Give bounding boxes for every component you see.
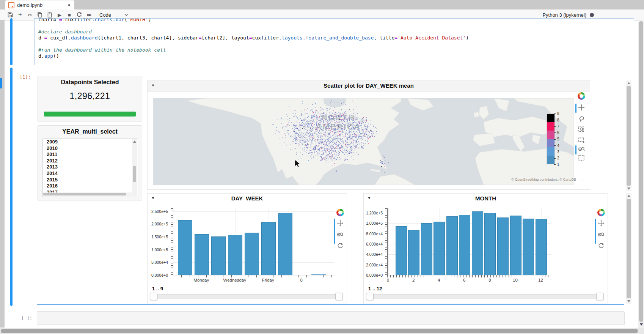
tab-title: demo.ipynb	[17, 2, 42, 8]
year-option[interactable]: 2015	[43, 177, 138, 183]
scroll-up-icon[interactable]	[627, 195, 630, 197]
kernel-status-icon	[590, 13, 594, 17]
jupyterlab-window: demo.ipynb ● + ✂ ▶ ■ ▶▶ Code Python 3 (i…	[0, 0, 644, 334]
colorbar	[547, 113, 555, 164]
year-option[interactable]: 2016	[43, 183, 138, 189]
code-cell-editor[interactable]: chart4 = cuxfilter.charts.bar('MONTH') #…	[34, 18, 634, 65]
output-collapser[interactable]	[10, 68, 13, 306]
window-vscroll-thumb[interactable]	[639, 21, 643, 322]
scroll-up-icon[interactable]	[627, 82, 630, 84]
bar	[421, 223, 432, 275]
slider-handle-right[interactable]	[335, 293, 343, 300]
year-list-hscrollbar[interactable]	[43, 192, 132, 196]
save-button[interactable]	[5, 10, 15, 19]
wheel-zoom-tool-icon[interactable]	[597, 230, 606, 239]
month-panel: ▼ MONTH 0.000e+02.000e+44.000e+46.000e+4…	[363, 193, 608, 304]
output-vscrollbar-bottom[interactable]	[626, 193, 631, 304]
scroll-up-icon[interactable]	[133, 140, 136, 143]
year-option[interactable]: 2012	[43, 158, 138, 164]
year-list-hscroll-thumb[interactable]	[43, 193, 126, 195]
left-gutter	[0, 20, 5, 328]
wheel-zoom-tool-icon[interactable]	[577, 145, 586, 154]
tab-demo-ipynb[interactable]: demo.ipynb ●	[5, 0, 74, 9]
map-label-north: NORTH	[321, 113, 355, 122]
scatter-title: Scatter plot for DAY_WEEK mean	[148, 82, 590, 89]
year-multi-select-list[interactable]: 200920102011201220132014201520162017	[42, 139, 138, 197]
month-plot[interactable]	[387, 208, 551, 276]
attribution-more-icon[interactable]: ···	[579, 176, 584, 181]
range-label: 1 .. 9	[152, 286, 163, 291]
lasso-select-tool-icon[interactable]	[577, 114, 586, 123]
bokeh-logo[interactable]	[336, 209, 344, 216]
scatter-panel-header: ▼ Scatter plot for DAY_WEEK mean	[148, 81, 590, 92]
map-attribution: © OpenStreetMap contributors, © CartoDB	[504, 178, 576, 181]
map-canvas[interactable]: NORTH AMERICA	[153, 98, 574, 185]
datapoints-progress-bar	[44, 112, 136, 117]
pan-tool-icon[interactable]	[336, 219, 345, 228]
day-week-header: ▼ DAY_WEEK	[148, 194, 347, 204]
bar	[459, 215, 470, 275]
active-tool-indicator	[575, 145, 576, 154]
slider-handle-left[interactable]	[366, 293, 374, 300]
datapoints-value: 1,296,221	[38, 91, 142, 101]
wheel-zoom-tool-icon[interactable]	[336, 230, 345, 239]
scroll-down-icon[interactable]	[627, 300, 630, 302]
year-option[interactable]: 2010	[43, 145, 138, 152]
cell-type-select[interactable]: Code	[99, 12, 129, 18]
bar	[472, 211, 483, 275]
bar	[278, 213, 292, 275]
year-option[interactable]: 2014	[43, 170, 138, 177]
year-list-vscrollbar[interactable]	[132, 139, 137, 196]
range-label: 1 .. 12	[368, 286, 382, 291]
pan-tool-icon[interactable]	[577, 103, 586, 112]
bar	[434, 222, 445, 275]
active-tool-indicator	[334, 219, 335, 244]
bar	[245, 233, 259, 275]
output-vscrollbar-top[interactable]	[626, 80, 631, 191]
window-hscroll-thumb[interactable]	[1, 329, 638, 333]
day-week-range-slider[interactable]	[150, 294, 342, 299]
bar	[396, 226, 407, 275]
box-zoom-tool-icon[interactable]	[577, 125, 586, 134]
month-range-slider[interactable]	[366, 294, 603, 299]
bokeh-logo[interactable]	[578, 92, 585, 100]
bokeh-logo[interactable]	[597, 209, 605, 216]
scroll-position-marker	[0, 78, 2, 88]
unsaved-dot-icon: ●	[68, 2, 71, 8]
reset-tool-icon[interactable]	[336, 241, 345, 250]
pan-tool-icon[interactable]	[597, 219, 606, 228]
active-tool-indicator	[595, 219, 596, 244]
datapoints-card: Datapoints Selected 1,296,221	[38, 76, 142, 121]
bar	[523, 219, 534, 275]
year-select-card: YEAR_multi_select 2009201020112012201320…	[38, 125, 142, 200]
bar	[311, 274, 326, 275]
bar	[261, 222, 276, 275]
kernel-name[interactable]: Python 3 (ipykernel)	[542, 12, 586, 18]
cell-type-value: Code	[99, 12, 111, 18]
window-vscrollbar[interactable]	[638, 20, 644, 328]
year-select-title: YEAR_multi_select	[38, 128, 142, 135]
bar	[497, 217, 509, 275]
scroll-down-icon[interactable]	[627, 187, 630, 190]
slider-handle-left[interactable]	[150, 293, 157, 300]
year-option[interactable]: 2013	[43, 164, 138, 170]
month-title: MONTH	[364, 195, 608, 202]
slider-handle-right[interactable]	[596, 293, 604, 300]
reset-tool-icon[interactable]	[597, 241, 606, 250]
year-list-vscroll-thumb[interactable]	[133, 166, 136, 182]
box-select-tool-icon[interactable]	[577, 135, 586, 145]
year-option[interactable]: 2011	[43, 151, 138, 158]
window-scroll-down-icon[interactable]	[640, 323, 643, 326]
empty-code-cell[interactable]	[37, 311, 625, 325]
scroll-thumb[interactable]	[627, 86, 631, 186]
window-hscrollbar[interactable]	[0, 328, 644, 334]
day-week-plot[interactable]	[173, 208, 335, 276]
extra-tool-icon[interactable]	[577, 155, 586, 161]
add-cell-button[interactable]: +	[15, 10, 25, 19]
scroll-thumb[interactable]	[627, 199, 631, 298]
year-option[interactable]: 2009	[43, 139, 138, 145]
y-axis-labels: 0.000e+05.000e+41.000e+51.500e+52.000e+5…	[148, 208, 170, 275]
cut-cells-button[interactable]: ✂	[25, 10, 35, 19]
input-collapser[interactable]	[10, 18, 13, 65]
day-week-panel: ▼ DAY_WEEK 0.000e+05.000e+41.000e+51.500…	[147, 193, 347, 304]
